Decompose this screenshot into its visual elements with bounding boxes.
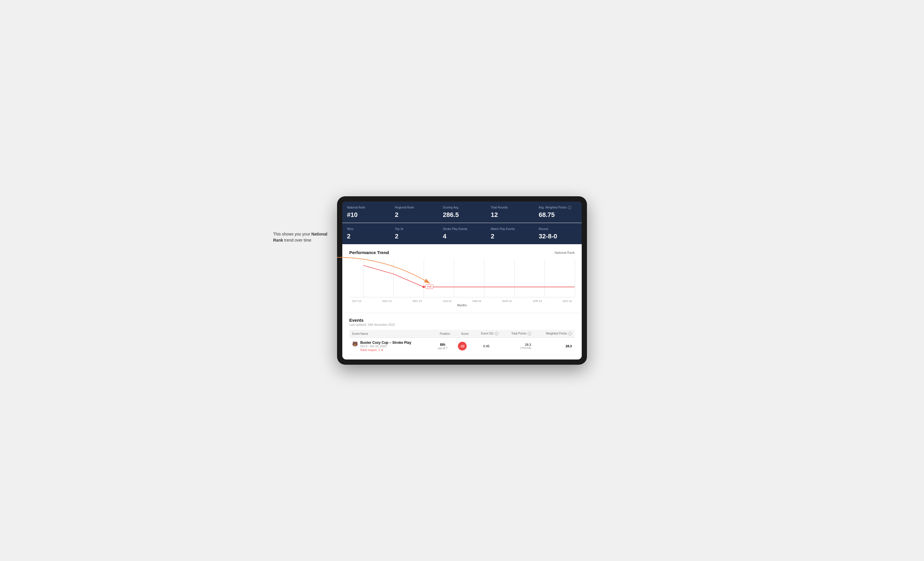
x-label-nov23: NOV 23: [382, 300, 392, 302]
event-name-cell: 🐻 Buster Cozy Cup – Stroke Play Oct 9 - …: [349, 338, 432, 355]
x-label-apr24: APR 24: [532, 300, 542, 302]
trend-line-svg: [349, 260, 575, 297]
col-weighted-points: Weighted Points i: [534, 330, 575, 338]
chart-title: Performance Trend: [349, 250, 389, 255]
event-position: 6th out of 7: [432, 338, 453, 355]
info-icon-tp: i: [528, 332, 531, 335]
stat-total-rounds: Total Rounds 12: [486, 202, 534, 223]
chart-rank-label: National Rank: [555, 251, 575, 254]
events-subtitle: Last updated: 24th November 2023: [349, 323, 575, 326]
stat-match-play: Match Play Events 2: [486, 223, 534, 244]
info-icon: i: [568, 206, 571, 209]
col-position: Position: [432, 330, 453, 338]
stat-wins: Wins 2: [342, 223, 390, 244]
x-axis-labels: OCT 23 NOV 23 DEC 23 JAN 24 FEB 24 MAR 2…: [349, 300, 575, 302]
x-label-may24: MAY 24: [563, 300, 572, 302]
x-label-mar24: MAR 24: [502, 300, 512, 302]
rank-impact: Rank Impact: 3 ▼: [360, 349, 411, 352]
table-row: 🐻 Buster Cozy Cup – Stroke Play Oct 9 - …: [349, 338, 575, 355]
col-score: Score: [453, 330, 472, 338]
event-icon: 🐻: [352, 341, 358, 347]
x-axis-title: Months: [349, 304, 575, 307]
stats-row-2: Wins 2 Top 3s 2 Stroke Play Events 4 Mat…: [342, 223, 582, 244]
info-icon-sg: i: [495, 332, 498, 335]
tablet-screen: National Rank #10 Regional Rank 2 Scorin…: [342, 202, 582, 359]
x-label-feb24: FEB 24: [472, 300, 481, 302]
stats-row-1: National Rank #10 Regional Rank 2 Scorin…: [342, 202, 582, 223]
x-label-dec23: DEC 23: [412, 300, 422, 302]
info-icon-wp: i: [568, 332, 572, 335]
stat-national-rank: National Rank #10: [342, 202, 390, 223]
stat-top3s: Top 3s 2: [390, 223, 438, 244]
event-score: -22: [453, 338, 472, 355]
stat-record: Record 32-8-0: [534, 223, 582, 244]
events-section: Events Last updated: 24th November 2023 …: [342, 313, 582, 359]
event-sg: 0.45: [472, 338, 501, 355]
stat-avg-weighted-points: Avg. Weighted Points i 68.75: [534, 202, 582, 223]
score-badge: -22: [458, 342, 466, 350]
chart-header: Performance Trend National Rank: [349, 250, 575, 255]
stat-stroke-play: Stroke Play Events 4: [438, 223, 486, 244]
rank-badge: #10: [425, 284, 433, 289]
col-total-points: Total Points i: [501, 330, 534, 338]
stat-scoring-avg: Scoring Avg. 286.5: [438, 202, 486, 223]
tablet-frame: National Rank #10 Regional Rank 2 Scorin…: [337, 196, 587, 365]
x-label-jan24: JAN 24: [443, 300, 452, 302]
col-event-sg: Event SG i: [472, 330, 501, 338]
stat-regional-rank: Regional Rank 2: [390, 202, 438, 223]
x-label-oct23: OCT 23: [352, 300, 361, 302]
annotation-text: This shows you your National Rank trend …: [273, 231, 331, 243]
chart-section: Performance Trend National Rank: [342, 244, 582, 313]
weighted-points: 28.3: [534, 338, 575, 355]
events-table: Event Name Position Score Event SG i Tot…: [349, 330, 575, 355]
col-event-name: Event Name: [349, 330, 432, 338]
event-name: Buster Cozy Cup – Stroke Play: [360, 341, 411, 345]
total-points: 28.3 3 Rounds: [501, 338, 534, 355]
events-title: Events: [349, 318, 575, 323]
event-date: Oct 9 - Oct 10, 2023: [360, 345, 411, 348]
chart-area: #10: [349, 260, 575, 297]
